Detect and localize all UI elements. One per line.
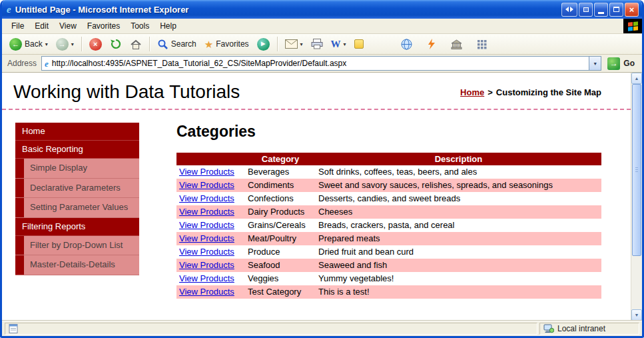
indent-stripe [15, 236, 24, 255]
menu-file[interactable]: File [6, 19, 29, 33]
menu-edit[interactable]: Edit [29, 19, 54, 33]
scrollbar-thumb[interactable] [632, 84, 641, 256]
table-row: View Products Veggies Yummy vegetables! [176, 272, 601, 285]
category-cell: Dairy Products [245, 205, 316, 219]
menu-help[interactable]: Help [155, 19, 182, 33]
view-products-link[interactable]: View Products [179, 193, 234, 203]
toolbar-extra-group [398, 37, 490, 51]
messenger-icon [354, 39, 364, 49]
menu-view[interactable]: View [54, 19, 82, 33]
sidebar-item-setting-parameter-values[interactable]: Setting Parameter Values [15, 198, 139, 218]
research-button[interactable] [448, 38, 466, 51]
edit-dropdown-icon: ▾ [344, 41, 346, 47]
title-bar[interactable]: e Untitled Page - Microsoft Internet Exp… [2, 0, 642, 19]
go-button[interactable]: → Go [606, 57, 639, 70]
address-input[interactable]: e http://localhost:4935/ASPNET_Data_Tuto… [41, 56, 601, 71]
table-row: View Products Seafood Seaweed and fish [176, 259, 601, 272]
sidebar-item-label: Basic Reporting [22, 144, 83, 154]
sidebar-item-simple-display[interactable]: Simple Display [15, 159, 139, 179]
maximize-icon [613, 7, 619, 12]
description-cell: Seaweed and fish [316, 259, 601, 272]
description-cell: Soft drinks, coffees, teas, beers, and a… [316, 165, 601, 179]
view-products-link[interactable]: View Products [179, 167, 234, 177]
category-cell: Confections [245, 192, 316, 205]
go-label: Go [623, 59, 635, 68]
table-header-row: Category Description [176, 153, 601, 165]
view-products-link[interactable]: View Products [179, 260, 234, 270]
pane-arrows-button[interactable] [561, 3, 577, 17]
address-url: http://localhost:4935/ASPNET_Data_Tutori… [52, 59, 586, 68]
page-header: Working with Data Tutorials Home>Customi… [2, 73, 631, 110]
lightning-icon [427, 39, 436, 49]
view-products-link[interactable]: View Products [179, 207, 234, 217]
stop-button[interactable]: × [86, 37, 105, 52]
minimize-button[interactable] [594, 3, 608, 17]
view-products-cell: View Products [176, 165, 245, 179]
maximize-button[interactable] [609, 3, 623, 17]
sidebar-item-label: Home [22, 126, 45, 136]
page-body: Home Basic Reporting Simple Display Decl… [2, 110, 631, 299]
view-products-link[interactable]: View Products [179, 247, 234, 257]
back-button[interactable]: ← Back ▾ [6, 37, 51, 52]
breadcrumb-home-link[interactable]: Home [460, 87, 484, 97]
sidebar-item-declarative-parameters[interactable]: Declarative Parameters [15, 179, 139, 199]
address-label: Address [5, 59, 37, 68]
sidebar-item-basic-reporting[interactable]: Basic Reporting [15, 141, 139, 159]
description-cell: Sweet and savory sauces, relishes, sprea… [316, 179, 601, 192]
scroll-down-button[interactable]: ▼ [631, 309, 642, 321]
view-products-cell: View Products [176, 245, 245, 259]
sidebar-item-master-details-details[interactable]: Master-Details-Details [15, 255, 139, 275]
sidebar-item-filter-by-drop-down-list[interactable]: Filter by Drop-Down List [15, 236, 139, 256]
standard-toolbar: ← Back ▾ → ▾ × Search ★ Favorites ▶ [2, 34, 642, 55]
view-products-link[interactable]: View Products [179, 273, 234, 283]
view-products-link[interactable]: View Products [179, 287, 234, 297]
description-cell: Prepared meats [316, 232, 601, 245]
toolbar-separator [81, 37, 82, 51]
screen-icon [583, 7, 589, 12]
close-button[interactable]: × [625, 3, 639, 17]
view-products-cell: View Products [176, 272, 245, 285]
view-products-link[interactable]: View Products [179, 220, 234, 230]
favorites-label: Favorites [216, 39, 248, 49]
scrollbar-track[interactable] [631, 84, 642, 309]
menu-favorites[interactable]: Favorites [82, 19, 125, 33]
scroll-up-button[interactable]: ▲ [631, 73, 642, 84]
menu-tools[interactable]: Tools [125, 19, 155, 33]
sidebar-item-label: Filtering Reports [22, 221, 85, 231]
header-empty [176, 153, 245, 165]
edit-with-word-button[interactable]: W ▾ [328, 38, 350, 51]
view-products-cell: View Products [176, 232, 245, 245]
fullscreen-button[interactable] [579, 3, 593, 17]
messenger-button[interactable] [351, 38, 367, 50]
media-icon: ▶ [257, 38, 270, 51]
description-cell: Yummy vegetables! [316, 272, 601, 285]
table-row: View Products Dairy Products Cheeses [176, 205, 601, 219]
view-products-link[interactable]: View Products [179, 180, 234, 190]
print-icon [311, 39, 323, 49]
sidebar-item-filtering-reports[interactable]: Filtering Reports [15, 218, 139, 236]
status-message-panel [5, 323, 537, 335]
flash-button[interactable] [424, 37, 440, 51]
left-triangle-icon [565, 7, 569, 12]
view-products-link[interactable]: View Products [179, 233, 234, 243]
print-button[interactable] [308, 37, 326, 51]
favorites-button[interactable]: ★ Favorites [201, 38, 252, 51]
windows-flag-icon [628, 21, 638, 31]
ie-logo-icon: e [7, 5, 11, 15]
search-button[interactable]: Search [154, 37, 200, 51]
globe-icon [401, 39, 412, 50]
mail-button[interactable]: ▾ [282, 38, 306, 50]
refresh-button[interactable] [107, 37, 125, 51]
vertical-scrollbar[interactable]: ▲ ▼ [631, 73, 642, 321]
category-cell: Grains/Cereals [245, 219, 316, 232]
sidebar-item-home[interactable]: Home [15, 123, 139, 141]
indent-stripe [15, 159, 24, 178]
browser-viewport: Working with Data Tutorials Home>Customi… [2, 73, 642, 321]
home-button[interactable] [127, 37, 145, 51]
tiles-button[interactable] [474, 38, 490, 51]
address-dropdown-button[interactable]: ▼ [589, 57, 601, 70]
web-globe-button[interactable] [398, 37, 416, 51]
media-button[interactable]: ▶ [254, 37, 273, 52]
go-arrow-icon: → [607, 57, 620, 70]
forward-button[interactable]: → ▾ [53, 37, 77, 52]
